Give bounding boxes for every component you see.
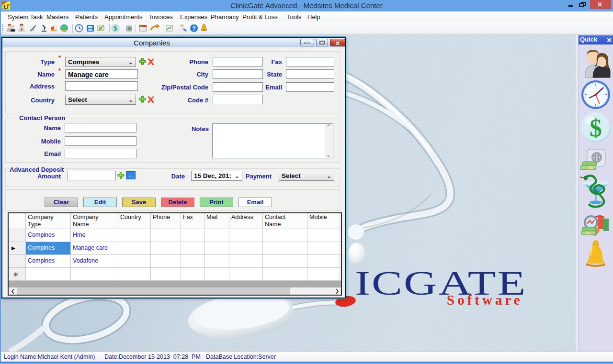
svg-text:$: $ — [590, 114, 602, 142]
svg-text:?: ? — [192, 25, 195, 32]
svg-text:$: $ — [114, 25, 117, 32]
